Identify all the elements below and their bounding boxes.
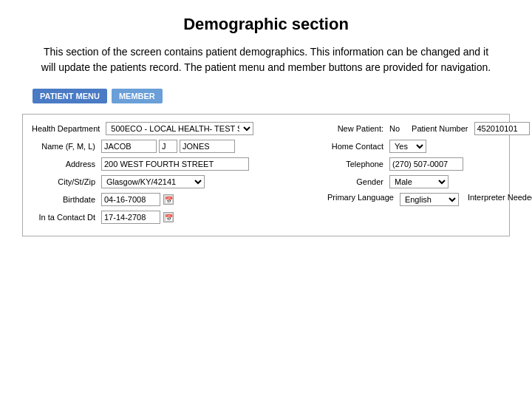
telephone-input[interactable] xyxy=(389,157,463,171)
address-label: Address xyxy=(32,160,98,168)
home-contact-select[interactable]: Yes xyxy=(389,140,426,153)
name-first-input[interactable] xyxy=(101,140,157,153)
city-zip-label: City/St/Zip xyxy=(32,177,98,186)
gender-label: Gender xyxy=(327,177,386,186)
primary-language-select[interactable]: English xyxy=(400,193,459,206)
gender-select[interactable]: Male xyxy=(389,175,449,188)
home-contact-label: Home Contact xyxy=(327,142,386,151)
health-dept-select[interactable]: 500ECO - LOCAL HEALTH- TEST SITE xyxy=(106,122,253,135)
page-description: This section of the screen contains pati… xyxy=(22,44,510,75)
page-title: Demographic section xyxy=(22,15,510,34)
patient-menu-button[interactable]: PATIENT MENU xyxy=(33,89,107,103)
city-select[interactable]: Glasgow/KY/42141 xyxy=(101,175,205,188)
birthdate-calendar-icon[interactable]: 📅 xyxy=(163,194,174,205)
health-dept-label: Health Department xyxy=(32,124,103,133)
patient-number-input[interactable] xyxy=(474,122,530,135)
birthdate-label: Birthdate xyxy=(32,195,98,204)
name-middle-input[interactable] xyxy=(159,140,177,153)
in-ta-contact-input[interactable] xyxy=(101,211,160,224)
patient-number-label: Patient Number xyxy=(412,124,471,133)
address-input[interactable] xyxy=(101,157,249,171)
name-label: Name (F, M, L) xyxy=(32,142,98,151)
interpreter-label: Interpreter Needed? xyxy=(468,193,532,202)
demographic-form: Health Department 500ECO - LOCAL HEALTH-… xyxy=(22,114,510,236)
primary-language-label: Primary Language xyxy=(327,193,397,202)
in-ta-contact-calendar-icon[interactable]: 📅 xyxy=(163,212,174,222)
member-button[interactable]: MEMBER xyxy=(112,89,163,103)
new-patient-value: No xyxy=(389,124,400,133)
telephone-label: Telephone xyxy=(327,160,386,168)
name-last-input[interactable] xyxy=(180,140,235,153)
new-patient-label: New Patient: xyxy=(327,124,386,133)
birthdate-input[interactable] xyxy=(101,193,160,206)
in-ta-contact-label: In ta Contact Dt xyxy=(32,213,98,222)
